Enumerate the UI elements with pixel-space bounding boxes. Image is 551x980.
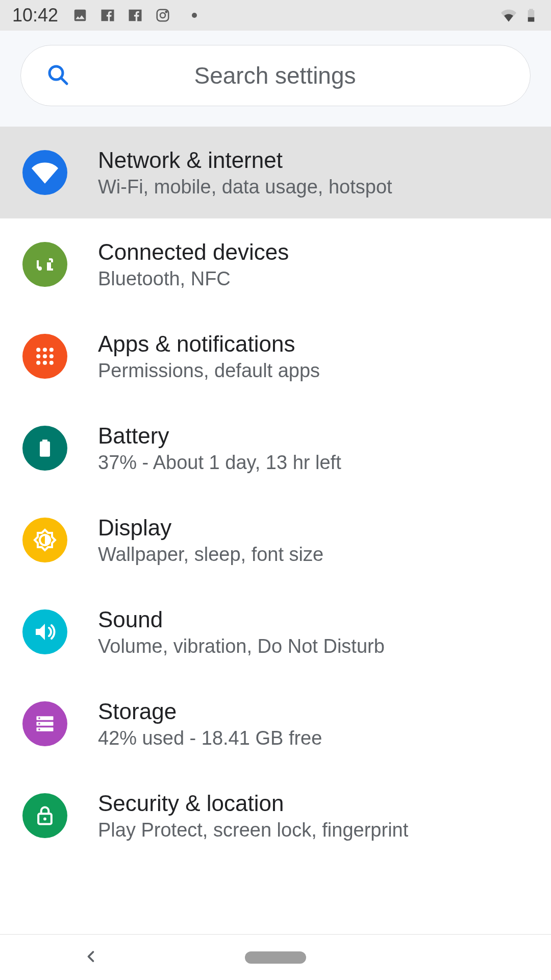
item-subtitle: Bluetooth, NFC <box>98 268 289 290</box>
settings-item-battery[interactable]: Battery 37% - About 1 day, 13 hr left <box>0 402 551 494</box>
svg-point-7 <box>43 348 47 352</box>
item-subtitle: 37% - About 1 day, 13 hr left <box>98 452 341 474</box>
search-placeholder: Search settings <box>44 62 506 89</box>
storage-icon <box>22 701 67 746</box>
back-button[interactable] <box>82 947 100 968</box>
item-subtitle: Volume, vibration, Do Not Disturb <box>98 635 385 657</box>
instagram-icon <box>155 8 170 23</box>
item-subtitle: Permissions, default apps <box>98 360 320 382</box>
svg-point-2 <box>166 11 167 13</box>
navigation-bar <box>0 934 551 980</box>
settings-item-storage[interactable]: Storage 42% used - 18.41 GB free <box>0 678 551 770</box>
settings-item-security[interactable]: Security & location Play Protect, screen… <box>0 770 551 862</box>
svg-point-14 <box>49 361 54 365</box>
search-bar[interactable]: Search settings <box>20 45 531 106</box>
settings-item-apps[interactable]: Apps & notifications Permissions, defaul… <box>0 310 551 402</box>
item-title: Sound <box>98 607 385 632</box>
apps-icon <box>22 334 67 379</box>
item-title: Network & internet <box>98 148 392 173</box>
picture-icon <box>72 8 88 23</box>
item-title: Apps & notifications <box>98 331 320 357</box>
svg-point-6 <box>36 348 40 352</box>
item-subtitle: Wallpaper, sleep, font size <box>98 544 323 566</box>
battery-icon <box>22 426 67 471</box>
item-title: Battery <box>98 423 341 449</box>
facebook-icon <box>128 8 143 23</box>
status-bar: 10:42 <box>0 0 551 31</box>
status-notification-icons <box>72 8 197 23</box>
svg-point-9 <box>36 354 40 358</box>
svg-point-20 <box>38 723 40 725</box>
svg-point-22 <box>38 728 40 730</box>
display-icon <box>22 518 67 562</box>
search-region: Search settings <box>0 31 551 127</box>
sound-icon <box>22 609 67 654</box>
settings-item-display[interactable]: Display Wallpaper, sleep, font size <box>0 494 551 586</box>
settings-item-connected-devices[interactable]: Connected devices Bluetooth, NFC <box>0 218 551 310</box>
item-title: Storage <box>98 699 322 724</box>
facebook-icon <box>100 8 115 23</box>
devices-icon <box>22 242 67 287</box>
battery-icon <box>523 8 539 23</box>
status-time: 10:42 <box>12 5 58 26</box>
svg-rect-3 <box>528 17 535 22</box>
item-title: Display <box>98 515 323 541</box>
item-title: Connected devices <box>98 239 289 265</box>
item-title: Security & location <box>98 791 408 816</box>
home-pill[interactable] <box>245 951 306 964</box>
item-subtitle: 42% used - 18.41 GB free <box>98 727 322 749</box>
svg-point-13 <box>43 361 47 365</box>
svg-point-1 <box>160 13 165 18</box>
wifi-icon <box>501 8 516 23</box>
svg-point-24 <box>43 817 46 820</box>
status-system-icons <box>501 8 539 23</box>
settings-item-sound[interactable]: Sound Volume, vibration, Do Not Disturb <box>0 586 551 678</box>
settings-item-network[interactable]: Network & internet Wi-Fi, mobile, data u… <box>0 127 551 218</box>
svg-point-11 <box>49 354 54 358</box>
more-notifications-dot <box>192 13 197 18</box>
svg-point-12 <box>36 361 40 365</box>
lock-icon <box>22 793 67 838</box>
settings-list: Network & internet Wi-Fi, mobile, data u… <box>0 127 551 862</box>
svg-point-8 <box>49 348 54 352</box>
svg-point-10 <box>43 354 47 358</box>
item-subtitle: Play Protect, screen lock, fingerprint <box>98 819 408 841</box>
item-subtitle: Wi-Fi, mobile, data usage, hotspot <box>98 176 392 198</box>
svg-point-18 <box>38 717 40 719</box>
wifi-icon <box>22 150 67 195</box>
